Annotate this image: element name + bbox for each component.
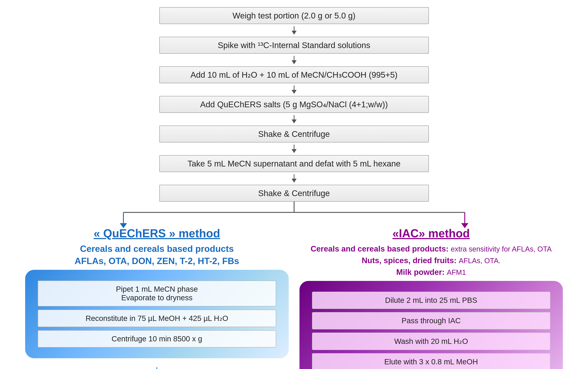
step-add-quechers: Add QuEChERS salts (5 g MgSO₄/NaCl (4+1;… — [159, 96, 429, 113]
right-step-4: Elute with 3 x 0.8 mL MeOH — [312, 353, 550, 369]
right-subtitle2: Nuts, spices, dried fruits: AFLAs, OTA. — [362, 255, 501, 266]
purple-panel: Dilute 2 mL into 25 mL PBS Pass through … — [299, 281, 563, 369]
right-step-2: Pass through IAC — [312, 312, 550, 329]
arrow-6 — [292, 174, 297, 183]
step-spike: Spike with ¹³C-Internal Standard solutio… — [159, 37, 429, 54]
left-title: « QuEChERS » method — [94, 227, 220, 240]
main-diagram: Weigh test portion (2.0 g or 5.0 g) Spik… — [0, 0, 588, 369]
split-connector-svg — [16, 202, 573, 229]
arrow-4 — [292, 115, 297, 123]
blue-panel: Pipet 1 mL MeCN phaseEvaporate to drynes… — [25, 270, 289, 358]
top-flow-section: Weigh test portion (2.0 g or 5.0 g) Spik… — [14, 7, 574, 229]
left-branch: « QuEChERS » method Cereals and cereals … — [25, 227, 289, 369]
arrow-2 — [292, 56, 297, 64]
left-bottom-arrow — [154, 367, 160, 369]
left-subtitle2: AFLAs, OTA, DON, ZEN, T-2, HT-2, FBs — [74, 256, 239, 266]
right-subtitle1: Cereals and cereals based products: extr… — [311, 244, 552, 254]
step-shake2: Shake & Centrifuge — [159, 185, 429, 202]
right-title: «IAC» method — [393, 227, 470, 240]
arrow-5 — [292, 145, 297, 153]
left-subtitle1: Cereals and cereals based products — [80, 244, 234, 254]
split-section: « QuEChERS » method Cereals and cereals … — [14, 227, 574, 369]
step-add-h2o: Add 10 mL of H₂O + 10 mL of MeCN/CH₃COOH… — [159, 66, 429, 83]
left-step-3: Centrifuge 10 min 8500 x g — [38, 330, 276, 348]
arrow-1 — [292, 26, 297, 35]
top-flow-boxes: Weigh test portion (2.0 g or 5.0 g) Spik… — [159, 7, 429, 202]
step-take-mecn: Take 5 mL MeCN supernatant and defat wit… — [159, 155, 429, 172]
arrow-3 — [292, 85, 297, 94]
step-weigh: Weigh test portion (2.0 g or 5.0 g) — [159, 7, 429, 24]
right-step-1: Dilute 2 mL into 25 mL PBS — [312, 292, 550, 309]
right-step-3: Wash with 20 mL H₂O — [312, 333, 550, 350]
right-branch: «IAC» method Cereals and cereals based p… — [299, 227, 563, 369]
left-step-1: Pipet 1 mL MeCN phaseEvaporate to drynes… — [38, 280, 276, 306]
right-subtitle3: Milk powder: AFM1 — [396, 267, 466, 277]
step-shake1: Shake & Centrifuge — [159, 126, 429, 142]
left-step-2: Reconstitute in 75 µL MeOH + 425 µL H₂O — [38, 310, 276, 327]
